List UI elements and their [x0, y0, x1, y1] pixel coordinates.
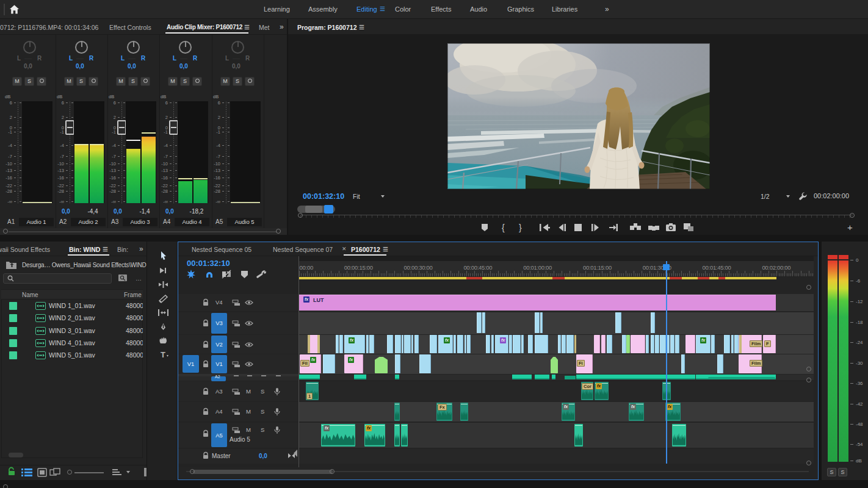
svg-text:T: T: [161, 350, 165, 359]
svg-text:{: {: [502, 223, 505, 232]
svg-text:}: }: [519, 223, 522, 232]
